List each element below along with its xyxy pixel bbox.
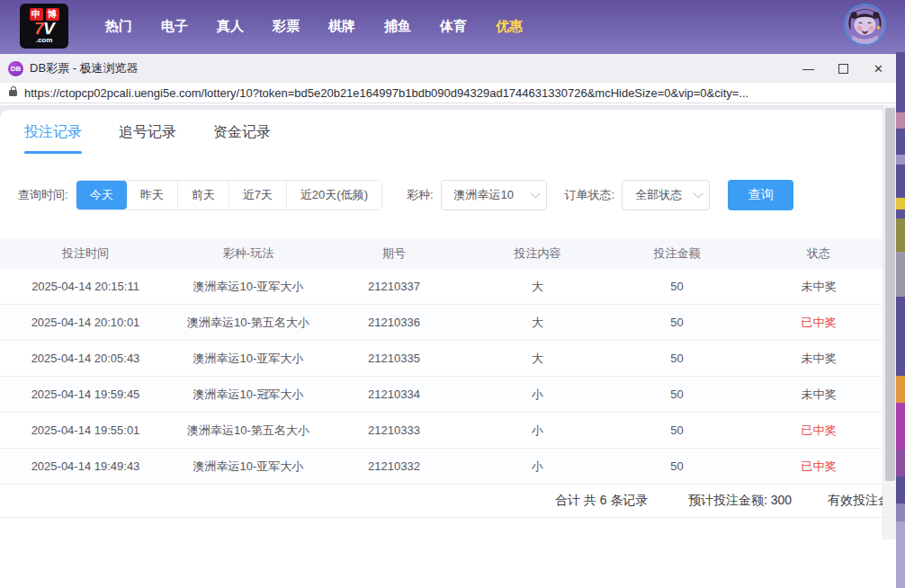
- time-option-0[interactable]: 今天: [76, 181, 127, 209]
- strip-segment-1: [896, 112, 905, 129]
- cell-status: 未中奖: [741, 351, 896, 367]
- minimize-icon: —: [802, 62, 814, 76]
- site-navbar: 申 博 7V .com 热门电子真人彩票棋牌捕鱼体育优惠: [0, 0, 905, 52]
- time-option-2[interactable]: 前天: [177, 181, 228, 209]
- strip-segment-12: [896, 450, 905, 477]
- page-background: 投注记录追号记录资金记录 查询时间: 今天昨天前天近7天近20天(低频) 彩种:…: [0, 105, 896, 588]
- cell-status: 已中奖: [741, 423, 896, 439]
- nav-item-5[interactable]: 捕鱼: [383, 18, 412, 35]
- summary-total: 合计 共 6 条记录: [555, 493, 648, 509]
- cell-bet-content: 小: [462, 387, 613, 403]
- url-bar[interactable]: https://ctopcp02pcali.uengi5e.com/lotter…: [0, 83, 896, 103]
- column-header-5: 状态: [741, 245, 896, 262]
- maximize-button[interactable]: [826, 54, 861, 83]
- close-icon: ✕: [874, 62, 883, 76]
- scrollbar-track[interactable]: [883, 105, 896, 539]
- strip-segment-4: [896, 165, 905, 198]
- nav-item-6[interactable]: 体育: [439, 18, 468, 35]
- cell-bet-amount: 50: [613, 423, 741, 437]
- minimize-button[interactable]: —: [791, 54, 826, 83]
- nav-item-0[interactable]: 热门: [104, 18, 133, 35]
- nav-item-3[interactable]: 彩票: [272, 18, 300, 35]
- cell-issue-number: 21210332: [326, 459, 462, 473]
- lottery-filter-label: 彩种:: [407, 187, 434, 203]
- time-range-group: 今天昨天前天近7天近20天(低频): [76, 180, 382, 210]
- db-favicon-icon: DB: [8, 61, 23, 76]
- column-header-3: 投注内容: [462, 245, 613, 262]
- cell-game-play: 澳洲幸运10-亚军大小: [171, 459, 326, 475]
- cell-issue-number: 21210337: [326, 280, 462, 293]
- nav-item-2[interactable]: 真人: [216, 18, 245, 35]
- strip-segment-5: [896, 198, 905, 209]
- lottery-select[interactable]: 澳洲幸运10: [441, 180, 547, 210]
- cell-bet-amount: 50: [613, 316, 741, 329]
- time-option-1[interactable]: 昨天: [127, 181, 177, 209]
- lock-icon: [9, 90, 17, 96]
- tab-1[interactable]: 追号记录: [117, 110, 178, 155]
- order-status-select[interactable]: 全部状态: [622, 180, 710, 210]
- url-text: https://ctopcp02pcali.uengi5e.com/lotter…: [24, 86, 748, 100]
- table-row: 2025-04-14 19:59:45 澳洲幸运10-冠军大小 21210334…: [0, 377, 896, 413]
- tab-2[interactable]: 资金记录: [211, 110, 273, 155]
- strip-segment-13: [896, 477, 905, 503]
- cell-bet-amount: 50: [613, 352, 741, 365]
- close-button[interactable]: ✕: [861, 54, 896, 83]
- user-avatar[interactable]: [844, 4, 886, 46]
- strip-segment-0: [896, 52, 905, 112]
- strip-segment-10: [896, 376, 905, 403]
- chevron-down-icon: [694, 188, 703, 198]
- cell-issue-number: 21210333: [326, 423, 462, 437]
- cell-game-play: 澳洲幸运10-亚军大小: [171, 351, 326, 367]
- cell-bet-time: 2025-04-14 19:49:43: [0, 459, 171, 473]
- column-header-2: 期号: [326, 245, 462, 262]
- cell-game-play: 澳洲幸运10-亚军大小: [171, 279, 326, 295]
- cell-issue-number: 21210334: [326, 388, 462, 401]
- window-title: DB彩票 - 极速浏览器: [30, 60, 139, 76]
- time-option-3[interactable]: 近7天: [228, 181, 286, 209]
- browser-window: DB DB彩票 - 极速浏览器 — ✕ https://ctopcp02pcal…: [0, 52, 896, 588]
- nav-item-1[interactable]: 电子: [160, 18, 189, 35]
- cell-bet-content: 大: [462, 279, 613, 295]
- table-row: 2025-04-14 19:49:43 澳洲幸运10-亚军大小 21210332…: [0, 449, 896, 485]
- strip-segment-8: [896, 252, 905, 297]
- table-row: 2025-04-14 20:10:01 澳洲幸运10-第五名大小 2121033…: [0, 305, 896, 341]
- strip-segment-6: [896, 209, 905, 218]
- record-tabs: 投注记录追号记录资金记录: [0, 110, 896, 155]
- table-row: 2025-04-14 20:15:11 澳洲幸运10-亚军大小 21210337…: [0, 269, 896, 305]
- cell-bet-time: 2025-04-14 20:15:11: [0, 280, 171, 293]
- background-page-strip: [896, 52, 905, 588]
- window-titlebar: DB DB彩票 - 极速浏览器 — ✕: [0, 54, 896, 83]
- cell-game-play: 澳洲幸运10-第五名大小: [171, 423, 326, 439]
- table-row: 2025-04-14 20:05:43 澳洲幸运10-亚军大小 21210335…: [0, 341, 896, 377]
- strip-segment-3: [896, 155, 905, 165]
- summary-row: 合计 共 6 条记录 预计投注金额: 300 有效投注金额: [0, 485, 896, 518]
- cell-bet-content: 大: [462, 351, 613, 367]
- cell-bet-amount: 50: [613, 280, 741, 293]
- table-header: 投注时间彩种-玩法期号投注内容投注金额状态: [0, 238, 896, 269]
- column-header-0: 投注时间: [0, 245, 171, 262]
- search-button[interactable]: 查询: [728, 180, 793, 210]
- cell-bet-time: 2025-04-14 19:59:45: [0, 388, 171, 401]
- time-option-4[interactable]: 近20天(低频): [286, 181, 381, 209]
- summary-expected-amount: 预计投注金额: 300: [688, 493, 792, 509]
- logo-suffix: .com: [36, 37, 53, 44]
- nav-item-7[interactable]: 优惠: [495, 18, 524, 35]
- nav-item-4[interactable]: 棋牌: [327, 18, 356, 35]
- cell-game-play: 澳洲幸运10-第五名大小: [171, 315, 326, 331]
- scrollbar-thumb[interactable]: [885, 108, 895, 481]
- cell-game-play: 澳洲幸运10-冠军大小: [171, 387, 326, 403]
- column-header-4: 投注金额: [613, 245, 741, 262]
- tab-0[interactable]: 投注记录: [22, 110, 84, 155]
- site-logo[interactable]: 申 博 7V .com: [20, 4, 68, 49]
- cell-bet-time: 2025-04-14 19:55:01: [0, 423, 171, 437]
- site-nav-items: 热门电子真人彩票棋牌捕鱼体育优惠: [104, 18, 524, 35]
- cell-issue-number: 21210335: [326, 352, 462, 365]
- strip-segment-9: [896, 297, 905, 376]
- cell-bet-content: 小: [462, 423, 613, 439]
- cell-issue-number: 21210336: [326, 316, 462, 329]
- strip-segment-15: [896, 521, 905, 588]
- chevron-down-icon: [530, 188, 540, 198]
- status-select-value: 全部状态: [635, 187, 682, 203]
- avatar-illustration: [846, 5, 884, 44]
- cell-bet-content: 大: [462, 315, 613, 331]
